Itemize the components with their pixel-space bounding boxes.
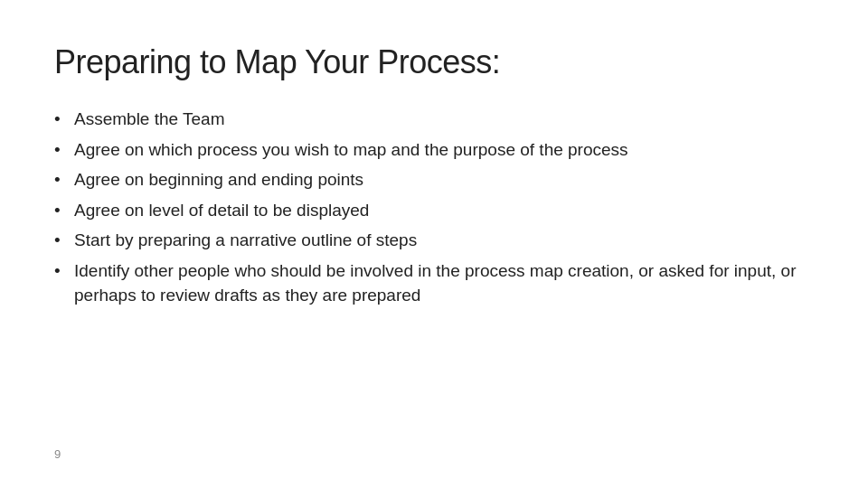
bullet-symbol: • — [54, 137, 74, 163]
list-item: • Identify other people who should be in… — [54, 258, 814, 308]
bullet-text: Agree on level of detail to be displayed — [74, 198, 814, 223]
bullet-symbol: • — [54, 107, 74, 132]
bullet-symbol: • — [54, 198, 74, 223]
bullet-list: • Assemble the Team • Agree on which pro… — [54, 107, 814, 314]
list-item: • Assemble the Team — [54, 107, 814, 132]
page-number: 9 — [54, 447, 61, 461]
list-item: • Agree on beginning and ending points — [54, 167, 814, 192]
bullet-text: Start by preparing a narrative outline o… — [74, 228, 814, 253]
slide-footer: 9 — [54, 440, 814, 461]
slide: Preparing to Map Your Process: • Assembl… — [0, 0, 868, 488]
bullet-symbol: • — [54, 258, 74, 284]
bullet-text: Agree on which process you wish to map a… — [74, 137, 814, 163]
list-item: • Agree on level of detail to be display… — [54, 198, 814, 223]
bullet-symbol: • — [54, 228, 74, 253]
list-item: • Start by preparing a narrative outline… — [54, 228, 814, 253]
slide-title: Preparing to Map Your Process: — [54, 43, 814, 81]
bullet-text: Agree on beginning and ending points — [74, 167, 814, 192]
bullet-text: Identify other people who should be invo… — [74, 258, 814, 308]
list-item: • Agree on which process you wish to map… — [54, 137, 814, 163]
bullet-text: Assemble the Team — [74, 107, 814, 132]
bullet-symbol: • — [54, 167, 74, 192]
